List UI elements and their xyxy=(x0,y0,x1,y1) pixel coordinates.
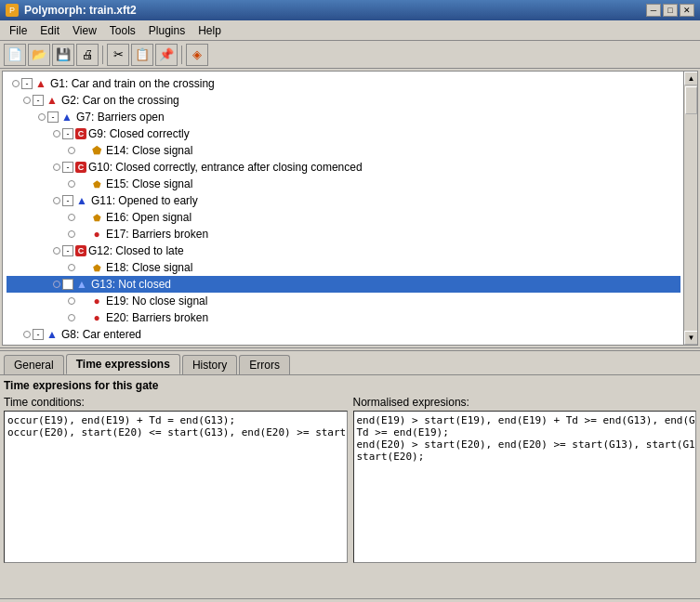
badge-g12: C xyxy=(75,245,86,256)
normalised-section: Normalised expresions: end(E19) > start(… xyxy=(353,396,697,563)
icon-e19: ● xyxy=(90,294,103,308)
label-g10: G10: Closed correctly, entrance after cl… xyxy=(88,161,363,174)
maximize-button[interactable]: □ xyxy=(663,4,678,17)
expander-g1[interactable]: - xyxy=(21,78,33,89)
tree-item-e16[interactable]: ⬟ E16: Open signal xyxy=(7,209,680,226)
toolbar-eraser[interactable]: ◈ xyxy=(186,44,208,66)
toolbar-separator-1 xyxy=(102,46,103,64)
tree-item-g1[interactable]: - ▲ G1: Car and train on the crossing xyxy=(7,75,680,92)
label-g8: G8: Car entered xyxy=(61,328,141,341)
tab-history[interactable]: History xyxy=(182,355,237,374)
time-panel-row: Time conditions: occur(E19), end(E19) + … xyxy=(4,396,696,563)
expander-g11[interactable]: - xyxy=(62,195,73,206)
expander-g13[interactable]: - xyxy=(62,279,73,290)
toolbar-open[interactable]: 📂 xyxy=(28,44,50,66)
menu-help[interactable]: Help xyxy=(192,22,227,39)
expander-g12[interactable]: - xyxy=(62,245,73,256)
expander-g9[interactable]: - xyxy=(62,128,73,139)
label-g11: G11: Opened to early xyxy=(91,194,198,207)
window-title: Polymorph: train.xft2 xyxy=(24,4,137,17)
label-e20: E20: Barriers broken xyxy=(106,311,208,324)
label-e18: E18: Close signal xyxy=(106,261,192,274)
icon-g7: ▲ xyxy=(60,111,73,124)
menu-tools[interactable]: Tools xyxy=(104,22,141,39)
toolbar-print[interactable]: 🖨 xyxy=(76,44,99,66)
time-conditions-textarea[interactable]: occur(E19), end(E19) + Td = end(G13); oc… xyxy=(4,411,348,563)
tree-item-g12[interactable]: - C G12: Closed to late xyxy=(7,242,680,259)
toolbar-separator-2 xyxy=(181,46,182,64)
label-e15: E15: Close signal xyxy=(106,177,192,190)
scroll-track xyxy=(684,85,697,331)
tree-item-e20[interactable]: ● E20: Barriers broken xyxy=(7,309,680,326)
label-e21: E21: Car passage xyxy=(76,345,165,346)
tree-item-g9[interactable]: - C G9: Closed correctly xyxy=(7,125,680,142)
toolbar-new[interactable]: 📄 xyxy=(4,44,26,66)
icon-e14: ⬟ xyxy=(90,144,103,157)
expander-g2[interactable]: - xyxy=(33,95,44,106)
toolbar-save[interactable]: 💾 xyxy=(52,44,74,66)
tree-item-g2[interactable]: - ▲ G2: Car on the crossing xyxy=(7,92,680,109)
icon-g2: ▲ xyxy=(46,94,59,107)
expander-g10[interactable]: - xyxy=(62,162,73,173)
normalised-textarea[interactable]: end(E19) > start(E19), end(E19) + Td >= … xyxy=(353,411,697,563)
label-g12: G12: Closed to late xyxy=(88,244,184,257)
label-g9: G9: Closed correctly xyxy=(88,127,190,140)
scroll-thumb[interactable] xyxy=(685,86,697,114)
toolbar-paste[interactable]: 📌 xyxy=(155,44,178,66)
icon-e21: ⬟ xyxy=(60,345,73,346)
tree-item-e19[interactable]: ● E19: No close signal xyxy=(7,293,680,309)
tab-general[interactable]: General xyxy=(4,355,64,374)
menu-bar: File Edit View Tools Plugins Help xyxy=(0,20,700,41)
tree-item-e14[interactable]: ⬟ E14: Close signal xyxy=(7,142,680,159)
label-e16: E16: Open signal xyxy=(106,211,192,224)
scroll-up-button[interactable]: ▲ xyxy=(684,72,698,85)
menu-plugins[interactable]: Plugins xyxy=(143,22,191,39)
tree-panel: - ▲ G1: Car and train on the crossing - … xyxy=(2,71,698,346)
icon-g8: ▲ xyxy=(46,328,59,341)
scroll-down-button[interactable]: ▼ xyxy=(684,331,698,345)
tree-item-e21[interactable]: ⬟ E21: Car passage xyxy=(7,343,680,346)
app-icon: P xyxy=(6,4,19,17)
tree-item-e17[interactable]: ● E17: Barriers broken xyxy=(7,226,680,242)
expander-g7[interactable]: - xyxy=(47,111,59,123)
icon-g11: ▲ xyxy=(75,194,88,207)
badge-g9: C xyxy=(75,128,86,139)
tree-item-e15[interactable]: ⬟ E15: Close signal xyxy=(7,176,680,192)
tree-item-e18[interactable]: ⬟ E18: Close signal xyxy=(7,259,680,276)
normalised-label: Normalised expresions: xyxy=(353,396,697,409)
label-g1: G1: Car and train on the crossing xyxy=(50,77,215,90)
toolbar-cut[interactable]: ✂ xyxy=(107,44,129,66)
icon-e20: ● xyxy=(90,311,103,324)
tree-item-g8[interactable]: - ▲ G8: Car entered xyxy=(7,326,680,343)
icon-e18: ⬟ xyxy=(90,261,103,274)
tree-item-g11[interactable]: - ▲ G11: Opened to early xyxy=(7,192,680,209)
tab-time-expressions[interactable]: Time expressions xyxy=(66,354,180,374)
tabs-bar: General Time expressions History Errors xyxy=(0,351,700,375)
icon-g1: ▲ xyxy=(34,77,47,90)
badge-g10: C xyxy=(75,162,86,173)
label-g7: G7: Barriers open xyxy=(76,111,165,124)
expander-g8[interactable]: - xyxy=(33,329,44,340)
menu-view[interactable]: View xyxy=(67,22,102,39)
label-e19: E19: No close signal xyxy=(106,294,207,308)
label-e17: E17: Barriers broken xyxy=(106,228,208,241)
icon-e15: ⬟ xyxy=(90,177,103,190)
time-panel-title: Time expresions for this gate xyxy=(4,379,696,392)
tree-item-g7[interactable]: - ▲ G7: Barriers open xyxy=(7,109,680,125)
toolbar: 📄 📂 💾 🖨 ✂ 📋 📌 ◈ xyxy=(0,41,700,69)
bottom-section: General Time expressions History Errors … xyxy=(0,351,700,602)
bottom-buttons: Apply Cancel xyxy=(0,598,700,602)
window-controls: ─ □ ✕ xyxy=(646,4,694,17)
close-button[interactable]: ✕ xyxy=(680,4,694,17)
tab-errors[interactable]: Errors xyxy=(239,355,290,374)
tree-scrollbar[interactable]: ▲ ▼ xyxy=(683,72,697,345)
tree-item-g13[interactable]: - ▲ G13: Not closed xyxy=(7,276,680,293)
title-bar: P Polymorph: train.xft2 ─ □ ✕ xyxy=(0,0,700,20)
tree-item-g10[interactable]: - C G10: Closed correctly, entrance afte… xyxy=(7,159,680,176)
menu-file[interactable]: File xyxy=(4,22,33,39)
minimize-button[interactable]: ─ xyxy=(646,4,661,17)
icon-g13: ▲ xyxy=(75,278,88,291)
time-conditions-section: Time conditions: occur(E19), end(E19) + … xyxy=(4,396,348,563)
toolbar-copy[interactable]: 📋 xyxy=(131,44,153,66)
menu-edit[interactable]: Edit xyxy=(34,22,65,39)
